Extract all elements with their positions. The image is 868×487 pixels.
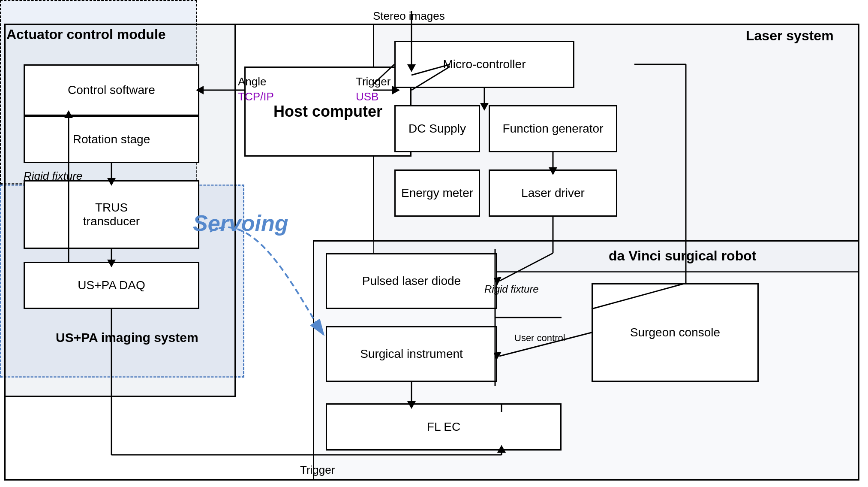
diagram: Laser system Stereo images Actuator cont…	[0, 0, 868, 487]
user-control-label: User control	[514, 333, 565, 344]
function-generator-box: Function generator	[489, 105, 617, 152]
fl-ec-box: FL EC	[326, 403, 562, 451]
trigger2-label: Trigger	[300, 463, 335, 477]
usb-label: USB	[356, 90, 378, 103]
us-pa-label: US+PA imaging system	[56, 330, 198, 345]
pulsed-laser-diode-box: Pulsed laser diode	[326, 253, 497, 309]
surgeon-console-box: Surgeon console	[592, 283, 759, 382]
rigid-fixture-label-2: Rigid fixture	[484, 283, 539, 295]
angle-label: Angle	[238, 75, 267, 88]
servoing-label: Servoing	[193, 210, 288, 236]
micro-controller-box: Micro-controller	[394, 41, 574, 88]
us-pa-daq-box: US+PA DAQ	[24, 262, 199, 309]
control-software-box: Control software	[24, 64, 199, 116]
rotation-stage-box: Rotation stage	[24, 116, 199, 163]
actuator-control-label: Actuator control module	[6, 27, 166, 42]
dc-supply-box: DC Supply	[394, 105, 480, 152]
energy-meter-box: Energy meter	[394, 169, 480, 217]
tcp-ip-label: TCP/IP	[238, 90, 274, 103]
da-vinci-label: da Vinci surgical robot	[609, 248, 756, 264]
stereo-images-label: Stereo images	[373, 9, 445, 23]
trus-transducer-box: TRUS transducer	[24, 180, 199, 249]
trigger1-label: Trigger	[356, 75, 390, 88]
laser-system-label: Laser system	[746, 28, 834, 44]
surgical-instrument-box: Surgical instrument	[326, 326, 497, 382]
laser-driver-box: Laser driver	[489, 169, 617, 217]
